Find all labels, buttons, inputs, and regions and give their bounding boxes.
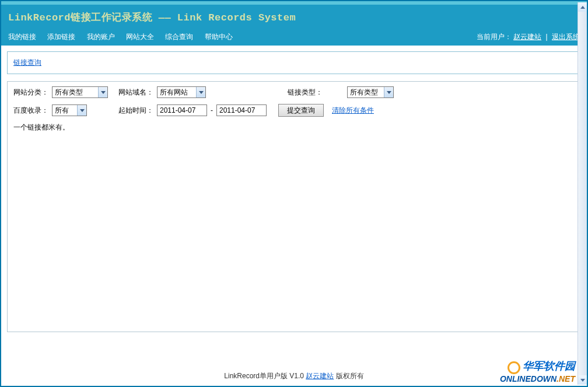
nav-site-directory[interactable]: 网站大全 [126, 33, 154, 41]
label-link-type: 链接类型： [288, 88, 326, 97]
watermark-en-prefix: ONLINEDOWN [500, 374, 556, 383]
label-site-category: 网站分类： [13, 88, 52, 97]
select-site-domain[interactable]: 所有网站 [157, 86, 206, 98]
logout-link[interactable]: 退出系统 [552, 33, 580, 41]
nav-bar: 我的链接 添加链接 我的账户 网站大全 综合查询 帮助中心 当前用户： 赵云建站… [1, 29, 587, 46]
label-start-time: 起始时间： [118, 106, 157, 116]
watermark-ring-icon [508, 361, 520, 374]
nav-left: 我的链接 添加链接 我的账户 网站大全 综合查询 帮助中心 [8, 32, 242, 42]
vertical-scrollbar[interactable] [578, 2, 587, 385]
breadcrumb-link-search[interactable]: 链接查询 [13, 58, 41, 67]
select-site-category[interactable]: 所有类型 [52, 86, 108, 98]
select-site-category-value: 所有类型 [55, 88, 85, 97]
footer: LinkRecord单用户版 V1.0 赵云建站 版权所有 [1, 371, 587, 381]
nav-add-link[interactable]: 添加链接 [47, 33, 75, 41]
empty-result-message: 一个链接都米有。 [13, 123, 575, 133]
nav-my-account[interactable]: 我的账户 [87, 33, 115, 41]
title-left: LinkRecord链接工作记录系统 [8, 12, 152, 23]
app-title: LinkRecord链接工作记录系统 —— Link Records Syste… [8, 12, 296, 23]
scroll-up-arrow-icon[interactable] [578, 2, 587, 12]
breadcrumb-box: 链接查询 [7, 51, 581, 74]
form-row-2: 百度收录： 所有 起始时间： - 提交查询 清除所有条件 [13, 104, 575, 117]
select-link-type[interactable]: 所有类型 [347, 86, 394, 98]
select-site-domain-value: 所有网站 [160, 88, 190, 97]
form-row-1: 网站分类： 所有类型 网站域名： 所有网站 链接类型： 所有类型 [13, 86, 575, 98]
clear-filters-link[interactable]: 清除所有条件 [332, 106, 374, 116]
nav-help[interactable]: 帮助中心 [205, 33, 233, 41]
footer-copyright: 版权所有 [336, 372, 364, 380]
content-area: 链接查询 网站分类： 所有类型 网站域名： 所有网站 链接类型： [1, 46, 587, 338]
search-form-box: 网站分类： 所有类型 网站域名： 所有网站 链接类型： 所有类型 [7, 81, 581, 332]
chevron-down-icon [98, 87, 107, 97]
select-baidu-index[interactable]: 所有 [52, 104, 87, 116]
current-user-label: 当前用户： [477, 33, 512, 41]
app-header: LinkRecord链接工作记录系统 —— Link Records Syste… [1, 5, 587, 29]
nav-combined-search[interactable]: 综合查询 [165, 33, 193, 41]
input-date-from[interactable] [157, 104, 207, 116]
scroll-down-arrow-icon[interactable] [578, 375, 587, 385]
nav-my-links[interactable]: 我的链接 [8, 33, 36, 41]
chevron-down-icon [384, 87, 393, 97]
watermark-cn: 华军软件园 [523, 360, 575, 372]
submit-search-button[interactable]: 提交查询 [278, 104, 324, 117]
label-site-domain: 网站域名： [118, 88, 157, 97]
chevron-down-icon [77, 105, 86, 116]
label-baidu-index: 百度收录： [13, 106, 52, 116]
watermark-logo: 华军软件园 ONLINEDOWN.NET [500, 359, 575, 383]
date-dash: - [211, 106, 213, 114]
title-separator: —— [159, 12, 171, 23]
select-link-type-value: 所有类型 [350, 88, 380, 97]
current-user-link[interactable]: 赵云建站 [513, 33, 541, 41]
footer-version: LinkRecord单用户版 V1.0 [224, 372, 304, 380]
input-date-to[interactable] [216, 104, 267, 116]
watermark-en: ONLINEDOWN.NET [500, 374, 575, 383]
title-right: Link Records System [177, 12, 296, 23]
nav-sep: | [546, 33, 548, 41]
footer-author-link[interactable]: 赵云建站 [306, 372, 334, 380]
watermark-en-suffix: .NET [556, 374, 575, 383]
select-baidu-index-value: 所有 [55, 106, 71, 116]
nav-right: 当前用户： 赵云建站 | 退出系统 [477, 32, 580, 42]
chevron-down-icon [196, 87, 205, 97]
